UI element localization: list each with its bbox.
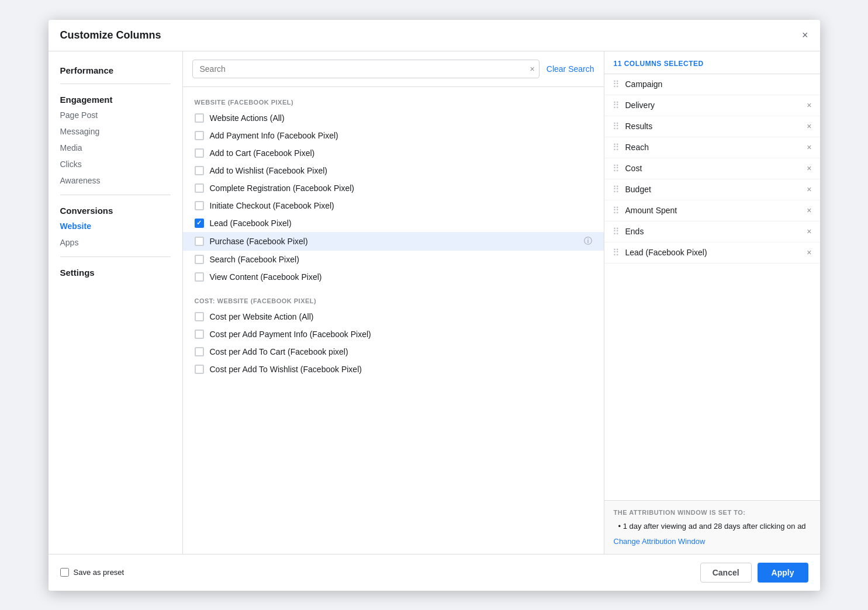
column-item-website-actions-all[interactable]: Website Actions (All) [183,109,604,127]
dialog-body: Performance Engagement Page Post Messagi… [49,51,820,554]
remove-delivery-button[interactable]: × [807,100,811,110]
column-label-view-content: View Content (Facebook Pixel) [210,272,592,282]
attribution-section: THE ATTRIBUTION WINDOW IS SET TO: 1 day … [604,500,820,554]
cancel-button[interactable]: Cancel [700,563,752,583]
sidebar-item-messaging[interactable]: Messaging [49,123,182,140]
column-label-search-facebook-pixel: Search (Facebook Pixel) [210,255,592,264]
selected-item-label-campaign: Campaign [625,79,801,89]
selected-item-label-reach: Reach [625,143,801,152]
selected-item-delivery: ⠿ Delivery × [604,95,820,116]
save-preset-checkbox[interactable] [60,568,69,577]
checkbox-cost-per-website-action[interactable] [195,312,204,321]
drag-handle-delivery[interactable]: ⠿ [613,100,620,111]
checkbox-initiate-checkout[interactable] [195,201,204,210]
column-item-complete-registration[interactable]: Complete Registration (Facebook Pixel) [183,179,604,197]
sidebar: Performance Engagement Page Post Messagi… [49,51,183,554]
selected-item-budget: ⠿ Budget × [604,179,820,200]
right-panel: 11 COLUMNS SELECTED ⠿ Campaign × ⠿ Deliv… [604,51,820,554]
column-item-initiate-checkout[interactable]: Initiate Checkout (Facebook Pixel) [183,197,604,214]
column-label-cost-per-add-wishlist: Cost per Add To Wishlist (Facebook Pixel… [210,365,592,374]
column-item-purchase-facebook-pixel[interactable]: Purchase (Facebook Pixel) ⓘ DEFINITION T… [183,232,604,251]
sidebar-item-awareness[interactable]: Awareness [49,172,182,189]
checkbox-lead-facebook-pixel[interactable] [195,219,204,228]
save-preset-wrapper: Save as preset [60,568,125,577]
remove-cost-button[interactable]: × [807,164,811,173]
column-label-add-payment-info: Add Payment Info (Facebook Pixel) [210,131,592,140]
column-item-cost-per-add-wishlist[interactable]: Cost per Add To Wishlist (Facebook Pixel… [183,361,604,378]
column-item-view-content[interactable]: View Content (Facebook Pixel) [183,268,604,286]
clear-search-button[interactable]: Clear Search [547,64,594,74]
column-item-cost-per-add-payment[interactable]: Cost per Add Payment Info (Facebook Pixe… [183,325,604,343]
column-item-add-payment-info[interactable]: Add Payment Info (Facebook Pixel) [183,127,604,144]
remove-ends-button[interactable]: × [807,227,811,236]
change-attribution-link[interactable]: Change Attribution Window [614,537,811,546]
column-label-lead-facebook-pixel: Lead (Facebook Pixel) [210,219,592,228]
customize-columns-dialog: Customize Columns × Performance Engageme… [49,20,820,591]
checkbox-add-payment-info[interactable] [195,131,204,140]
column-label-initiate-checkout: Initiate Checkout (Facebook Pixel) [210,201,592,210]
sidebar-section-performance: Performance [49,61,182,78]
search-bar: × Clear Search [183,51,604,87]
drag-handle-cost[interactable]: ⠿ [613,163,620,174]
sidebar-item-website[interactable]: Website [49,218,182,234]
sidebar-item-apps[interactable]: Apps [49,234,182,251]
column-item-lead-facebook-pixel[interactable]: Lead (Facebook Pixel) [183,214,604,232]
sidebar-item-page-post[interactable]: Page Post [49,107,182,123]
checkbox-search-facebook-pixel[interactable] [195,255,204,264]
selected-item-label-budget: Budget [625,185,801,194]
selected-item-reach: ⠿ Reach × [604,137,820,158]
selected-item-results: ⠿ Results × [604,116,820,137]
checkbox-cost-per-add-wishlist[interactable] [195,365,204,374]
sidebar-section-engagement: Engagement [49,90,182,107]
sidebar-item-clicks[interactable]: Clicks [49,156,182,172]
sidebar-item-media[interactable]: Media [49,140,182,156]
dialog-footer: Save as preset Cancel Apply [49,554,820,591]
remove-reach-button[interactable]: × [807,143,811,152]
selected-item-label-cost: Cost [625,164,801,173]
selected-item-label-results: Results [625,122,801,131]
column-label-purchase-facebook-pixel: Purchase (Facebook Pixel) [210,237,578,246]
checkbox-purchase-facebook-pixel[interactable] [195,237,204,246]
column-item-search-facebook-pixel[interactable]: Search (Facebook Pixel) [183,251,604,268]
selected-columns-header: 11 COLUMNS SELECTED [604,51,820,74]
column-label-complete-registration: Complete Registration (Facebook Pixel) [210,183,592,193]
remove-lead-fp-button[interactable]: × [807,248,811,257]
search-clear-icon[interactable]: × [530,64,535,74]
remove-budget-button[interactable]: × [807,185,811,194]
selected-item-campaign: ⠿ Campaign × [604,74,820,95]
checkbox-view-content[interactable] [195,272,204,282]
attribution-item: 1 day after viewing ad and 28 days after… [618,521,811,532]
column-item-cost-per-website-action[interactable]: Cost per Website Action (All) [183,308,604,325]
column-item-add-to-wishlist[interactable]: Add to Wishlist (Facebook Pixel) [183,162,604,179]
selected-item-ends: ⠿ Ends × [604,221,820,242]
drag-handle-results[interactable]: ⠿ [613,121,620,132]
column-label-cost-per-add-payment: Cost per Add Payment Info (Facebook Pixe… [210,330,592,339]
checkbox-website-actions-all[interactable] [195,113,204,123]
drag-handle-campaign[interactable]: ⠿ [613,79,620,90]
info-icon-purchase[interactable]: ⓘ [584,236,592,247]
column-label-cost-per-website-action: Cost per Website Action (All) [210,312,592,321]
selected-item-label-ends: Ends [625,227,801,236]
column-label-add-to-wishlist: Add to Wishlist (Facebook Pixel) [210,166,592,175]
drag-handle-budget[interactable]: ⠿ [613,184,620,195]
column-item-add-to-cart[interactable]: Add to Cart (Facebook Pixel) [183,144,604,162]
checkbox-add-to-wishlist[interactable] [195,166,204,175]
checkbox-add-to-cart[interactable] [195,148,204,158]
search-input[interactable] [192,60,540,78]
checkbox-cost-per-add-to-cart[interactable] [195,347,204,356]
drag-handle-ends[interactable]: ⠿ [613,226,620,237]
column-item-cost-per-add-to-cart[interactable]: Cost per Add To Cart (Facebook pixel) [183,343,604,361]
drag-handle-lead-fp[interactable]: ⠿ [613,247,620,258]
remove-results-button[interactable]: × [807,122,811,131]
selected-item-label-amount-spent: Amount Spent [625,206,801,215]
remove-amount-spent-button[interactable]: × [807,206,811,215]
checkbox-cost-per-add-payment[interactable] [195,330,204,339]
selected-columns-list: ⠿ Campaign × ⠿ Delivery × ⠿ Results × ⠿ … [604,74,820,501]
selected-item-label-delivery: Delivery [625,100,801,110]
checkbox-complete-registration[interactable] [195,183,204,193]
footer-buttons: Cancel Apply [700,563,808,583]
apply-button[interactable]: Apply [758,563,808,583]
drag-handle-reach[interactable]: ⠿ [613,142,620,153]
drag-handle-amount-spent[interactable]: ⠿ [613,205,620,216]
close-button[interactable]: × [802,30,808,40]
